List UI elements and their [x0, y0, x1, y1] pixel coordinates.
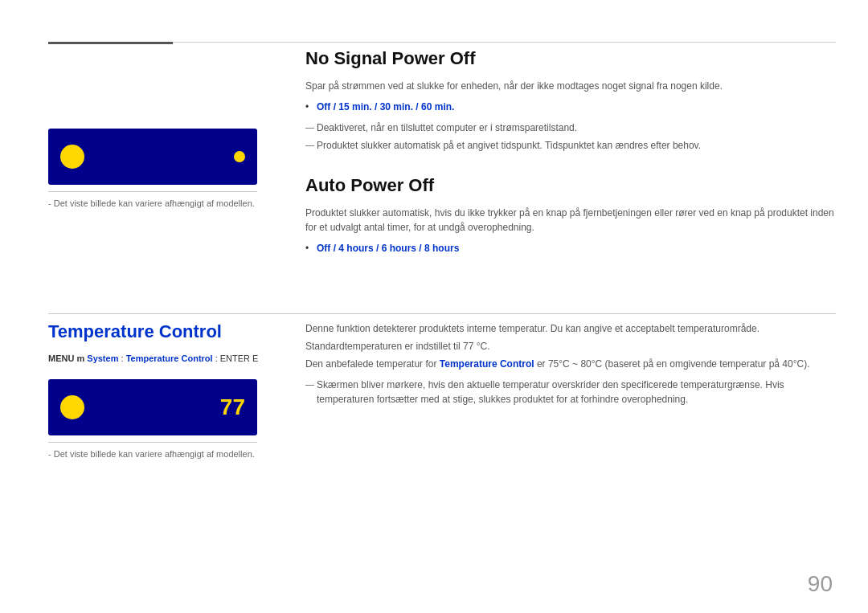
page-number: 90	[808, 571, 833, 597]
tv-icon-bottom	[60, 395, 84, 419]
right-panel-top: No Signal Power Off Spar på strømmen ved…	[305, 48, 836, 262]
no-signal-dash1: Deaktiveret, når en tilsluttet computer …	[305, 121, 836, 135]
left-panel-bottom: Temperature Control MENU m System : Temp…	[48, 321, 273, 459]
temp-recommend-highlight: Temperature Control	[440, 358, 534, 370]
screen-mockup-top	[48, 129, 257, 185]
temp-desc1: Denne funktion detekterer produktets int…	[305, 321, 836, 336]
temperature-number: 77	[220, 394, 245, 420]
auto-power-section: Auto Power Off Produktet slukker automat…	[305, 175, 836, 254]
temp-dash1: Skærmen bliver mørkere, hvis den aktuell…	[305, 378, 836, 407]
no-signal-bullet-item: Off / 15 min. / 30 min. / 60 min.	[305, 101, 836, 112]
auto-power-bullet-list: Off / 4 hours / 6 hours / 8 hours	[305, 243, 836, 254]
menu-item: Temperature Control	[126, 353, 213, 363]
no-signal-title: No Signal Power Off	[305, 48, 836, 69]
menu-system: System	[87, 353, 118, 363]
auto-power-bullet-text: Off / 4 hours / 6 hours / 8 hours	[317, 243, 459, 254]
left-panel-top: - Det viste billede kan variere afhængig…	[48, 48, 273, 208]
no-signal-description: Spar på strømmen ved at slukke for enhed…	[305, 79, 836, 93]
no-signal-bullet-text: Off / 15 min. / 30 min. / 60 min.	[317, 101, 454, 112]
menu-enter: : ENTER E	[215, 353, 259, 363]
temperature-control-title: Temperature Control	[48, 321, 273, 342]
menu-prefix: MENU m	[48, 353, 84, 363]
temp-standard: Standardtemperaturen er indstillet til 7…	[305, 341, 836, 352]
menu-path: MENU m System : Temperature Control : EN…	[48, 353, 273, 363]
screen-underline-top	[48, 191, 257, 192]
temp-recommend-suffix: er 75°C ~ 80°C (baseret på en omgivende …	[534, 358, 810, 370]
svg-rect-3	[66, 401, 79, 411]
temp-recommend-prefix: Den anbefalede temperatur for	[305, 358, 440, 370]
svg-rect-0	[66, 150, 79, 160]
auto-power-description: Produktet slukker automatisk, hvis du ik…	[305, 206, 836, 235]
middle-divider-line	[48, 313, 836, 314]
right-panel-bottom: Denne funktion detekterer produktets int…	[305, 321, 836, 410]
screen-caption-bottom: - Det viste billede kan variere afhængig…	[48, 449, 273, 459]
no-signal-bullet-list: Off / 15 min. / 30 min. / 60 min.	[305, 101, 836, 112]
screen-underline-bottom	[48, 442, 257, 443]
no-signal-dash2: Produktet slukker automatisk på et angiv…	[305, 138, 836, 153]
screen-caption-top: - Det viste billede kan variere afhængig…	[48, 198, 273, 208]
auto-power-bullet-item: Off / 4 hours / 6 hours / 8 hours	[305, 243, 836, 254]
screen-indicator-dot	[234, 151, 245, 162]
tv-icon	[60, 145, 84, 169]
left-accent-line	[48, 42, 173, 44]
screen-mockup-bottom: 77	[48, 379, 257, 435]
temp-recommend: Den anbefalede temperatur for Temperatur…	[305, 357, 836, 371]
auto-power-title: Auto Power Off	[305, 175, 836, 196]
